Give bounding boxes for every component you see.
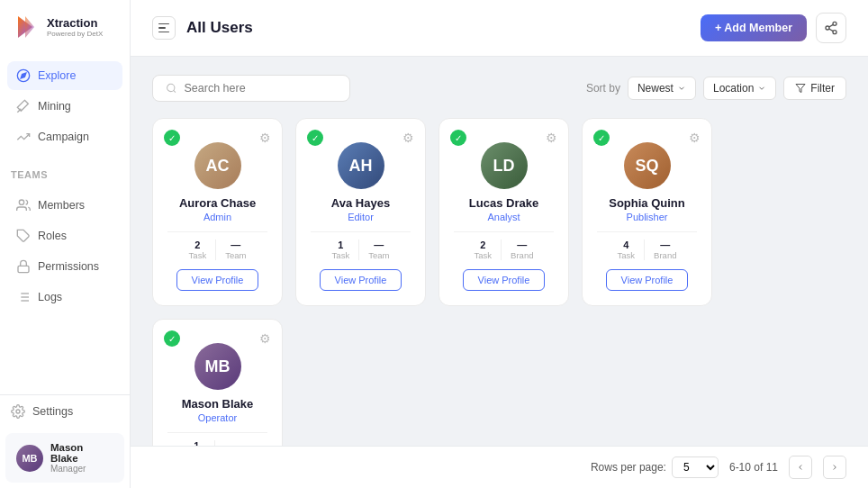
card-stats: 1 Task — Brand <box>167 432 267 446</box>
search-icon <box>166 82 176 95</box>
card-user-role: Operator <box>198 412 237 423</box>
task-count: 4 <box>623 239 628 250</box>
collapse-sidebar-button[interactable] <box>152 16 176 40</box>
category-value: — <box>231 440 240 446</box>
toggle-icon <box>158 23 169 33</box>
app-tagline: Powered by DetX <box>47 30 103 38</box>
card-user-role: Editor <box>348 212 374 222</box>
user-card: ✓ ⚙ AH Ava Hayes Editor 1 Task — Team Vi… <box>295 118 426 306</box>
page-header: All Users + Add Member <box>131 0 868 57</box>
location-label: Location <box>713 82 754 95</box>
share-button[interactable] <box>816 13 846 43</box>
task-stat: 1 Task <box>332 239 350 260</box>
active-badge: ✓ <box>164 130 180 146</box>
category-label: Team <box>225 250 246 260</box>
card-top-actions: ✓ ⚙ <box>450 130 557 146</box>
category-value: — <box>517 239 527 250</box>
pagination-info: 6-10 of 11 <box>729 461 778 474</box>
header-left: All Users <box>152 16 253 40</box>
sidebar-item-logs[interactable]: Logs <box>7 283 122 312</box>
active-badge: ✓ <box>450 130 466 146</box>
add-member-button[interactable]: + Add Member <box>701 14 807 41</box>
card-settings-icon[interactable]: ⚙ <box>259 131 271 145</box>
svg-line-19 <box>829 24 834 27</box>
task-label: Task <box>332 250 350 260</box>
prev-page-button[interactable] <box>789 456 812 479</box>
category-stat: — Brand <box>654 239 676 260</box>
app-name: Xtraction <box>47 16 103 30</box>
card-settings-icon[interactable]: ⚙ <box>546 131 557 145</box>
card-settings-icon[interactable]: ⚙ <box>402 131 414 145</box>
svg-marker-22 <box>796 85 805 93</box>
card-stats: 2 Task — Brand <box>454 231 554 260</box>
active-badge: ✓ <box>593 130 610 146</box>
card-top-actions: ✓ ⚙ <box>593 130 701 146</box>
task-stat: 2 Task <box>475 239 493 260</box>
svg-rect-7 <box>18 266 29 272</box>
sidebar-item-campaign[interactable]: Campaign <box>7 122 122 151</box>
user-card: ✓ ⚙ MB Mason Blake Operator 1 Task — Bra… <box>152 319 283 446</box>
category-stat: — Brand <box>511 239 533 260</box>
svg-point-5 <box>19 200 23 204</box>
location-filter-select[interactable]: Location <box>703 77 776 100</box>
sidebar-item-label-campaign: Campaign <box>38 131 89 143</box>
filter-button[interactable]: Filter <box>783 77 846 100</box>
task-label: Task <box>475 250 493 260</box>
task-count: 1 <box>338 239 343 250</box>
search-box[interactable] <box>152 75 350 102</box>
stat-divider <box>644 239 645 260</box>
card-user-role: Publisher <box>627 212 668 222</box>
svg-point-20 <box>167 84 175 91</box>
card-user-role: Analyst <box>487 212 520 222</box>
user-card: ✓ ⚙ LD Lucas Drake Analyst 2 Task — Bran… <box>439 118 569 306</box>
card-user-name: Mason Blake <box>182 397 253 411</box>
view-profile-button[interactable]: View Profile <box>606 269 689 291</box>
view-profile-button[interactable]: View Profile <box>463 269 546 291</box>
sidebar-item-permissions[interactable]: Permissions <box>7 252 122 281</box>
sidebar-main-nav: Explore Mining Campaign <box>0 54 130 158</box>
chevron-right-icon <box>830 463 839 472</box>
sidebar-item-label-roles: Roles <box>38 230 67 242</box>
card-stats: 4 Task — Brand <box>597 231 697 260</box>
stat-divider <box>214 440 215 446</box>
current-user[interactable]: MB Mason Blake Manager <box>5 433 124 483</box>
mining-icon <box>16 99 31 113</box>
sidebar-item-members[interactable]: Members <box>7 191 122 220</box>
sidebar-item-explore[interactable]: Explore <box>7 61 122 90</box>
sidebar-item-label-members: Members <box>38 199 85 212</box>
filter-label: Filter <box>810 82 835 95</box>
category-label: Team <box>368 250 389 260</box>
task-stat: 2 Task <box>189 239 207 260</box>
sort-value: Newest <box>637 82 674 95</box>
rows-per-page-select[interactable]: 5 10 25 <box>672 456 719 478</box>
sidebar-item-roles[interactable]: Roles <box>7 221 122 250</box>
header-right: + Add Member <box>701 13 846 43</box>
view-profile-button[interactable]: View Profile <box>320 269 402 291</box>
logs-icon <box>16 290 31 304</box>
view-profile-button[interactable]: View Profile <box>176 269 259 291</box>
sidebar-item-mining[interactable]: Mining <box>7 92 122 121</box>
main-content: All Users + Add Member Sort by Newest <box>131 0 868 488</box>
next-page-button[interactable] <box>823 456 846 479</box>
category-value: — <box>374 239 384 250</box>
user-name: Mason Blake <box>50 442 113 464</box>
toolbar: Sort by Newest Location Filter <box>152 75 846 102</box>
users-icon <box>16 198 31 212</box>
card-top-actions: ✓ ⚙ <box>164 130 271 146</box>
task-count: 2 <box>480 239 485 250</box>
search-input[interactable] <box>184 82 337 95</box>
card-settings-icon[interactable]: ⚙ <box>689 131 701 145</box>
newest-sort-select[interactable]: Newest <box>628 77 696 100</box>
sidebar-item-label-permissions: Permissions <box>38 260 99 273</box>
svg-marker-1 <box>25 16 34 38</box>
sidebar-item-label-logs: Logs <box>38 291 62 303</box>
avatar: AC <box>194 142 241 189</box>
chevron-down-icon <box>677 84 686 93</box>
sidebar: Xtraction Powered by DetX Explore Mining… <box>0 0 131 488</box>
task-stat: 1 Task <box>188 440 206 446</box>
card-settings-icon[interactable]: ⚙ <box>259 331 271 346</box>
active-badge: ✓ <box>164 330 180 347</box>
active-badge: ✓ <box>307 130 323 146</box>
compass-icon <box>16 68 31 83</box>
settings-item[interactable]: Settings <box>0 395 130 428</box>
